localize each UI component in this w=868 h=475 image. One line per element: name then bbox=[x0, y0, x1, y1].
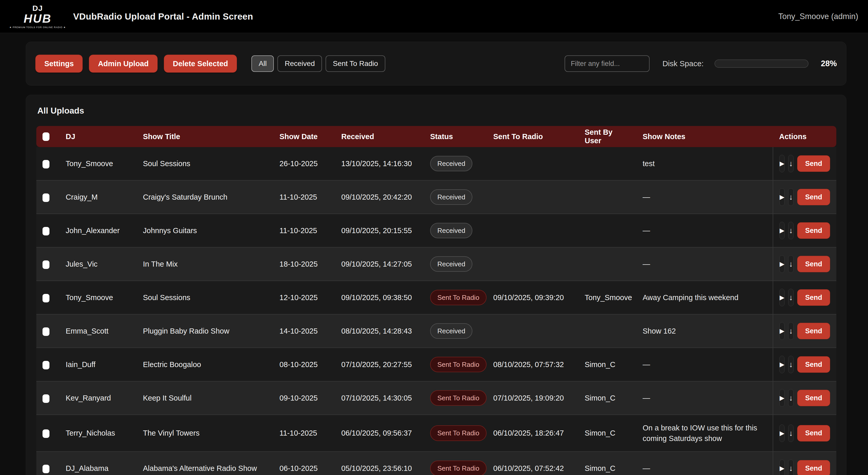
send-button[interactable]: Send bbox=[797, 390, 830, 406]
cell-sent-by-user bbox=[579, 314, 637, 348]
cell-dj: Tony_Smoove bbox=[60, 281, 137, 314]
play-button[interactable]: ▶ bbox=[779, 460, 784, 475]
header-row: DJShow TitleShow DateReceivedStatusSent … bbox=[36, 126, 836, 147]
cell-show-date: 09-10-2025 bbox=[273, 381, 335, 415]
row-checkbox[interactable] bbox=[42, 227, 50, 235]
row-actions: ▶↓Send bbox=[779, 460, 830, 475]
cell-sent-to-radio bbox=[487, 180, 579, 214]
row-select-cell bbox=[36, 415, 60, 451]
play-button[interactable]: ▶ bbox=[779, 188, 784, 206]
play-button[interactable]: ▶ bbox=[779, 289, 784, 306]
download-icon: ↓ bbox=[789, 260, 793, 268]
send-button[interactable]: Send bbox=[797, 425, 830, 442]
download-button[interactable]: ↓ bbox=[788, 389, 793, 407]
cell-show-notes: Away Camping this weekend bbox=[637, 281, 773, 314]
row-checkbox[interactable] bbox=[42, 361, 50, 369]
page-body: SettingsAdmin UploadDelete Selected AllR… bbox=[0, 33, 868, 475]
row-checkbox[interactable] bbox=[42, 160, 50, 168]
play-button[interactable]: ▶ bbox=[779, 255, 784, 273]
cell-sent-to-radio: 08/10/2025, 07:57:32 bbox=[487, 348, 579, 381]
download-button[interactable]: ↓ bbox=[788, 289, 793, 306]
cell-show-notes: On a break to IOW use this for this comi… bbox=[637, 415, 773, 451]
cell-show-notes: — bbox=[637, 180, 773, 214]
cell-dj: Terry_Nicholas bbox=[60, 415, 137, 451]
cell-sent-by-user: Simon_C bbox=[579, 415, 637, 451]
row-checkbox[interactable] bbox=[42, 394, 50, 403]
toolbar-button-admin-upload[interactable]: Admin Upload bbox=[89, 55, 158, 73]
cell-sent-to-radio bbox=[487, 314, 579, 348]
play-button[interactable]: ▶ bbox=[779, 389, 784, 407]
column-header-received: Received bbox=[335, 126, 424, 147]
row-checkbox[interactable] bbox=[42, 260, 50, 269]
play-button[interactable]: ▶ bbox=[779, 356, 784, 373]
tab-all[interactable]: All bbox=[251, 55, 274, 72]
row-checkbox[interactable] bbox=[42, 465, 50, 473]
download-button[interactable]: ↓ bbox=[788, 188, 793, 206]
play-button[interactable]: ▶ bbox=[779, 322, 784, 340]
cell-sent-to-radio: 06/10/2025, 07:52:42 bbox=[487, 451, 579, 475]
play-icon: ▶ bbox=[780, 294, 784, 301]
filter-input[interactable] bbox=[565, 55, 650, 72]
send-button[interactable]: Send bbox=[797, 356, 830, 373]
row-select-cell bbox=[36, 451, 60, 475]
row-actions: ▶↓Send bbox=[779, 255, 830, 273]
tab-sent-to-radio[interactable]: Sent To Radio bbox=[326, 55, 385, 72]
logo-line1: DJ bbox=[9, 4, 66, 12]
table-row: DJ_AlabamaAlabama's Alternative Radio Sh… bbox=[36, 451, 836, 475]
toolbar-button-settings[interactable]: Settings bbox=[35, 55, 83, 73]
select-all-checkbox[interactable] bbox=[42, 132, 50, 141]
send-button[interactable]: Send bbox=[797, 460, 830, 475]
row-checkbox[interactable] bbox=[42, 327, 50, 336]
download-button[interactable]: ↓ bbox=[788, 460, 793, 475]
row-checkbox[interactable] bbox=[42, 294, 50, 303]
cell-show-notes: — bbox=[637, 381, 773, 415]
toolbar-button-delete-selected[interactable]: Delete Selected bbox=[164, 55, 237, 73]
cell-sent-by-user bbox=[579, 180, 637, 214]
send-button[interactable]: Send bbox=[797, 323, 830, 339]
download-button[interactable]: ↓ bbox=[788, 356, 793, 373]
cell-received: 05/10/2025, 23:56:10 bbox=[335, 451, 424, 475]
status-badge: Received bbox=[430, 156, 472, 171]
cell-received: 08/10/2025, 14:28:43 bbox=[335, 314, 424, 348]
cell-show-title: The Vinyl Towers bbox=[137, 415, 273, 451]
send-button[interactable]: Send bbox=[797, 222, 830, 239]
status-filter-tabs: AllReceivedSent To Radio bbox=[251, 55, 385, 72]
cell-status: Sent To Radio bbox=[424, 415, 487, 451]
cell-sent-to-radio bbox=[487, 214, 579, 247]
download-button[interactable]: ↓ bbox=[788, 155, 793, 172]
download-icon: ↓ bbox=[789, 293, 793, 302]
status-badge: Sent To Radio bbox=[430, 390, 487, 406]
cell-received: 06/10/2025, 09:56:37 bbox=[335, 415, 424, 451]
cell-sent-to-radio: 06/10/2025, 18:26:47 bbox=[487, 415, 579, 451]
download-icon: ↓ bbox=[789, 360, 793, 369]
column-header-sent-to-radio: Sent To Radio bbox=[487, 126, 579, 147]
column-header-dj: DJ bbox=[60, 126, 137, 147]
column-header-show-title: Show Title bbox=[137, 126, 273, 147]
cell-status: Sent To Radio bbox=[424, 381, 487, 415]
play-button[interactable]: ▶ bbox=[779, 155, 784, 172]
logo-tagline: ★ PREMIUM TOOLS FOR ONLINE RADIO ★ bbox=[9, 26, 66, 29]
cell-dj: Emma_Scott bbox=[60, 314, 137, 348]
column-header-show-notes: Show Notes bbox=[637, 126, 773, 147]
send-button[interactable]: Send bbox=[797, 256, 830, 272]
top-bar: DJ HUB ★ PREMIUM TOOLS FOR ONLINE RADIO … bbox=[0, 0, 868, 33]
row-actions: ▶↓Send bbox=[779, 389, 830, 407]
play-icon: ▶ bbox=[780, 361, 784, 368]
uploads-card: All Uploads DJShow TitleShow DateReceive… bbox=[26, 95, 846, 475]
row-checkbox[interactable] bbox=[42, 430, 50, 438]
download-button[interactable]: ↓ bbox=[788, 222, 793, 239]
row-checkbox[interactable] bbox=[42, 193, 50, 202]
play-button[interactable]: ▶ bbox=[779, 424, 784, 442]
download-button[interactable]: ↓ bbox=[788, 255, 793, 273]
download-button[interactable]: ↓ bbox=[788, 322, 793, 340]
send-button[interactable]: Send bbox=[797, 289, 830, 306]
cell-actions: ▶↓Send bbox=[773, 348, 836, 381]
cell-received: 09/10/2025, 20:42:20 bbox=[335, 180, 424, 214]
send-button[interactable]: Send bbox=[797, 189, 830, 205]
tab-received[interactable]: Received bbox=[277, 55, 322, 72]
play-icon: ▶ bbox=[780, 160, 784, 167]
play-button[interactable]: ▶ bbox=[779, 222, 784, 239]
download-button[interactable]: ↓ bbox=[788, 424, 793, 442]
status-badge: Received bbox=[430, 323, 472, 339]
send-button[interactable]: Send bbox=[797, 155, 830, 172]
